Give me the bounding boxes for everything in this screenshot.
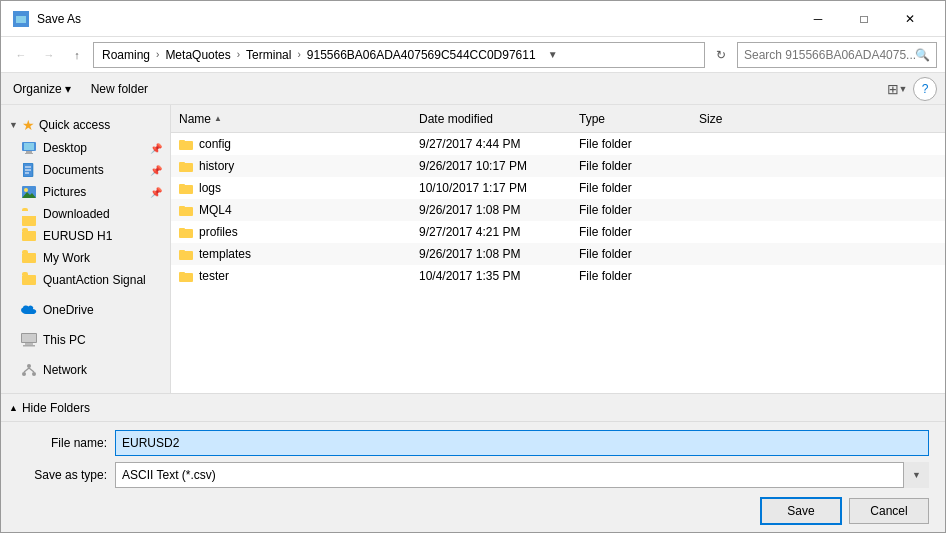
forward-button[interactable]: → [37, 43, 61, 67]
up-button[interactable]: ↑ [65, 43, 89, 67]
address-bar[interactable]: Roaming › MetaQuotes › Terminal › 915566… [93, 42, 705, 68]
filename-row: File name: [17, 430, 929, 456]
sidebar-item-quantaction[interactable]: QuantAction Signal [1, 269, 170, 291]
sidebar-item-thispc[interactable]: This PC [1, 329, 170, 351]
cancel-button[interactable]: Cancel [849, 498, 929, 524]
savetype-wrapper: ASCII Text (*.csv) ▼ [115, 462, 929, 488]
file-area: Name ▲ Date modified Type Size [171, 105, 945, 393]
filename-input[interactable] [115, 430, 929, 456]
sidebar-item-pictures[interactable]: Pictures 📌 [1, 181, 170, 203]
folder-icon [179, 226, 193, 238]
svg-rect-29 [179, 184, 185, 187]
title-bar: Save As ─ □ ✕ [1, 1, 945, 37]
col-type-header[interactable]: Type [579, 112, 699, 126]
sidebar-item-network[interactable]: Network [1, 359, 170, 381]
view-icon: ⊞ [887, 81, 899, 97]
minimize-button[interactable]: ─ [795, 5, 841, 33]
svg-point-13 [24, 188, 28, 192]
col-date-header[interactable]: Date modified [419, 112, 579, 126]
quick-access-star-icon: ★ [22, 117, 35, 133]
table-row[interactable]: config 9/27/2017 4:44 PM File folder [171, 133, 945, 155]
breadcrumb: Roaming › MetaQuotes › Terminal › 915566… [98, 46, 540, 64]
close-button[interactable]: ✕ [887, 5, 933, 33]
table-row[interactable]: templates 9/26/2017 1:08 PM File folder [171, 243, 945, 265]
svg-rect-25 [179, 140, 185, 143]
breadcrumb-metaquotes[interactable]: MetaQuotes [161, 46, 234, 64]
svg-rect-5 [26, 151, 32, 153]
svg-point-20 [22, 372, 26, 376]
table-row[interactable]: tester 10/4/2017 1:35 PM File folder [171, 265, 945, 287]
search-input[interactable] [744, 48, 915, 62]
hide-folders-button[interactable]: ▲ Hide Folders [9, 401, 90, 415]
file-list-header: Name ▲ Date modified Type Size [171, 105, 945, 133]
folder-icon [179, 138, 193, 150]
mywork-label: My Work [43, 251, 90, 265]
folder-icon [179, 160, 193, 172]
desktop-label: Desktop [43, 141, 87, 155]
sidebar-item-onedrive[interactable]: OneDrive [1, 299, 170, 321]
folder-icon [179, 248, 193, 260]
downloaded-label: Downloaded [43, 207, 110, 221]
col-size-header[interactable]: Size [699, 112, 779, 126]
quantaction-label: QuantAction Signal [43, 273, 146, 287]
svg-rect-33 [179, 228, 185, 231]
window-title: Save As [37, 12, 81, 26]
search-icon: 🔍 [915, 48, 930, 62]
network-label: Network [43, 363, 87, 377]
svg-point-19 [27, 364, 31, 368]
savetype-select[interactable]: ASCII Text (*.csv) [115, 462, 929, 488]
svg-rect-37 [179, 272, 185, 275]
table-row[interactable]: logs 10/10/2017 1:17 PM File folder [171, 177, 945, 199]
sidebar-item-mywork[interactable]: My Work [1, 247, 170, 269]
table-row[interactable]: profiles 9/27/2017 4:21 PM File folder [171, 221, 945, 243]
documents-icon [21, 162, 37, 178]
table-row[interactable]: history 9/26/2017 10:17 PM File folder [171, 155, 945, 177]
svg-line-23 [29, 368, 34, 372]
window-controls: ─ □ ✕ [795, 5, 933, 33]
network-icon [21, 362, 37, 378]
table-row[interactable]: MQL4 9/26/2017 1:08 PM File folder [171, 199, 945, 221]
hide-folders-row: ▲ Hide Folders [1, 393, 945, 421]
help-button[interactable]: ? [913, 77, 937, 101]
address-expand-button[interactable]: ▼ [544, 49, 562, 60]
new-folder-button[interactable]: New folder [87, 80, 152, 98]
savetype-label: Save as type: [17, 468, 107, 482]
downloaded-icon [21, 206, 37, 222]
back-button[interactable]: ← [9, 43, 33, 67]
svg-rect-16 [22, 334, 36, 342]
onedrive-icon [21, 302, 37, 318]
quick-access-header[interactable]: ▼ ★ Quick access [1, 113, 170, 137]
folder-icon [179, 182, 193, 194]
window-icon [13, 11, 29, 27]
maximize-button[interactable]: □ [841, 5, 887, 33]
organize-toolbar: Organize ▾ New folder ⊞ ▼ ? [1, 73, 945, 105]
refresh-button[interactable]: ↻ [709, 43, 733, 67]
svg-rect-35 [179, 250, 185, 253]
breadcrumb-roaming[interactable]: Roaming [98, 46, 154, 64]
sidebar-item-desktop[interactable]: Desktop 📌 [1, 137, 170, 159]
address-toolbar: ← → ↑ Roaming › MetaQuotes › Terminal › … [1, 37, 945, 73]
documents-label: Documents [43, 163, 104, 177]
quantaction-icon [21, 272, 37, 288]
breadcrumb-terminal[interactable]: Terminal [242, 46, 295, 64]
pin-icon: 📌 [150, 143, 162, 154]
save-button[interactable]: Save [761, 498, 841, 524]
breadcrumb-id[interactable]: 915566BA06ADA407569C544CC0D97611 [303, 46, 540, 64]
onedrive-label: OneDrive [43, 303, 94, 317]
sidebar: ▼ ★ Quick access Desktop 📌 [1, 105, 171, 393]
desktop-icon [21, 140, 37, 156]
view-button[interactable]: ⊞ ▼ [885, 77, 909, 101]
svg-rect-6 [25, 153, 33, 154]
col-name-header[interactable]: Name ▲ [179, 112, 419, 126]
organize-button[interactable]: Organize ▾ [9, 80, 75, 98]
sidebar-item-documents[interactable]: Documents 📌 [1, 159, 170, 181]
sidebar-item-eurusd[interactable]: EURUSD H1 [1, 225, 170, 247]
bottom-section: File name: Save as type: ASCII Text (*.c… [1, 421, 945, 532]
savetype-row: Save as type: ASCII Text (*.csv) ▼ [17, 462, 929, 488]
sort-arrow-icon: ▲ [214, 114, 222, 123]
buttons-row: Save Cancel [17, 494, 929, 524]
search-box[interactable]: 🔍 [737, 42, 937, 68]
svg-rect-17 [25, 343, 33, 345]
sidebar-item-downloaded[interactable]: Downloaded [1, 203, 170, 225]
view-arrow-icon: ▼ [899, 84, 908, 94]
